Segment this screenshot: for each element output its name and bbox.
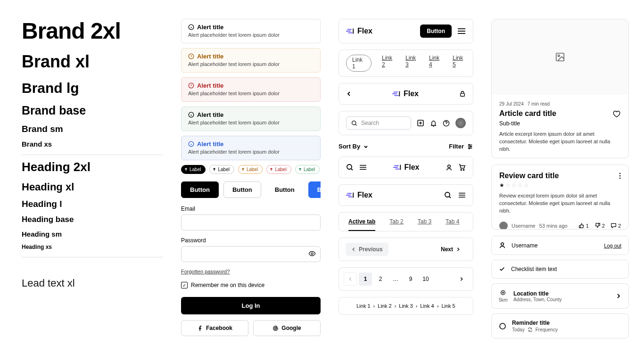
brand-xs: Brand xs <box>22 140 163 148</box>
svg-point-67 <box>501 243 504 246</box>
review-title: Review card title <box>499 172 559 180</box>
crumb[interactable]: Link 5 <box>441 303 455 309</box>
svg-point-40 <box>469 148 470 148</box>
brand-logo[interactable]: Flex <box>393 163 420 172</box>
nav-link-active[interactable]: Link 1 <box>346 55 372 72</box>
button-ghost[interactable]: Button <box>266 181 304 198</box>
chevron-left-icon[interactable] <box>346 91 352 97</box>
heading-l: Heading l <box>22 199 163 209</box>
cart-icon[interactable] <box>458 164 466 171</box>
nav-button[interactable]: Button <box>420 25 452 38</box>
upvote[interactable]: 1 <box>578 222 589 229</box>
navbar-search: Search <box>339 111 473 135</box>
checklist-label: Checklist item text <box>511 266 621 272</box>
chevron-right-icon <box>616 293 621 299</box>
svg-point-15 <box>311 253 313 255</box>
filter-button[interactable]: Filter <box>449 143 473 150</box>
more-icon[interactable] <box>619 173 621 179</box>
search-input[interactable]: Search <box>346 116 411 130</box>
avatar[interactable] <box>455 118 466 128</box>
brand-logo[interactable]: Flex <box>346 27 372 35</box>
logout-link[interactable]: Log out <box>604 243 621 248</box>
pill-warning[interactable]: Label <box>238 165 263 174</box>
password-label: Password <box>181 237 321 244</box>
password-input[interactable] <box>181 246 321 262</box>
remember-label: Remember me on this device <box>191 282 264 288</box>
distance: 5km <box>499 297 508 303</box>
bell-icon[interactable] <box>430 120 437 127</box>
email-input[interactable] <box>181 214 321 230</box>
pill[interactable]: Label <box>209 165 234 174</box>
tab[interactable]: Tab 2 <box>389 218 403 231</box>
alert-success: Alert title Alert placeholder text lorem… <box>181 107 321 131</box>
lock-icon[interactable] <box>459 90 466 97</box>
location-address: Address, Town, County <box>513 297 610 302</box>
downvote[interactable]: 2 <box>594 222 605 229</box>
heart-icon[interactable] <box>612 109 621 118</box>
link-strip: Link 1 Link 2 Link 3 Link 4 Link 5 <box>339 49 473 77</box>
search-icon[interactable] <box>346 164 354 171</box>
svg-point-41 <box>347 165 352 169</box>
nav-link[interactable]: Link 3 <box>405 55 419 72</box>
avatar <box>499 222 508 230</box>
crumb[interactable]: Link 1 <box>356 303 370 309</box>
article-card[interactable]: 29 Jul 20247 min read Article card title… <box>491 19 629 158</box>
page-prev[interactable] <box>344 272 357 286</box>
button-primary[interactable]: Button <box>181 181 219 198</box>
menu-icon[interactable] <box>458 192 466 198</box>
nav-link[interactable]: Link 4 <box>429 55 442 72</box>
button-secondary[interactable]: Button <box>223 181 261 198</box>
radio-icon[interactable] <box>499 322 506 330</box>
crumb[interactable]: Link 2 <box>378 303 391 309</box>
eye-icon[interactable] <box>308 250 316 257</box>
pill-error[interactable]: Label <box>266 165 291 174</box>
page[interactable]: 2 <box>374 272 387 286</box>
sort-dropdown[interactable]: Sort By <box>339 143 369 150</box>
google-button[interactable]: Google <box>253 320 321 336</box>
next-button[interactable]: Next <box>435 243 466 256</box>
previous-button[interactable]: Previous <box>346 243 388 256</box>
forgot-password-link[interactable]: Forgotten password? <box>181 269 321 274</box>
pill-success[interactable]: Label <box>295 165 320 174</box>
svg-point-52 <box>463 169 464 170</box>
comments[interactable]: 2 <box>611 222 621 229</box>
brand-logo[interactable]: Flex <box>346 191 372 199</box>
help-icon[interactable] <box>443 120 450 127</box>
user-icon[interactable] <box>446 164 453 171</box>
facebook-icon <box>197 325 203 331</box>
alert-icon <box>188 82 194 89</box>
brand-logo[interactable]: Flex <box>392 90 419 98</box>
page[interactable]: 10 <box>419 272 432 286</box>
repeat-icon <box>528 327 533 332</box>
checklist-item[interactable]: Checklist item text <box>491 260 629 279</box>
location-item[interactable]: 5km Location title Address, Town, County <box>491 283 629 309</box>
page-current[interactable]: 1 <box>359 272 372 286</box>
menu-icon[interactable] <box>457 28 466 34</box>
page[interactable]: 9 <box>404 272 417 286</box>
search-icon[interactable] <box>444 191 452 199</box>
button-blue[interactable]: Button <box>308 181 321 198</box>
crumb[interactable]: Link 4 <box>420 303 434 309</box>
login-button[interactable]: Log In <box>181 297 321 314</box>
tab[interactable]: Tab 3 <box>418 218 431 231</box>
plus-square-icon[interactable] <box>417 119 424 127</box>
menu-icon[interactable] <box>359 165 367 170</box>
pill-dark[interactable]: Label <box>181 165 206 174</box>
review-card[interactable]: Review card title ★☆☆☆☆ Review excerpt l… <box>491 165 629 230</box>
nav-link[interactable]: Link 2 <box>382 55 395 72</box>
article-readtime: 7 min read <box>528 101 550 107</box>
page-next[interactable] <box>455 272 468 286</box>
remember-checkbox[interactable]: ✓ <box>181 282 188 288</box>
svg-point-63 <box>558 55 560 57</box>
nav-link[interactable]: Link 5 <box>453 55 466 72</box>
tab-active[interactable]: Active tab <box>348 218 375 231</box>
svg-line-42 <box>351 169 353 170</box>
tab[interactable]: Tab 4 <box>446 218 459 231</box>
crumb[interactable]: Link 3 <box>399 303 413 309</box>
image-icon <box>555 52 565 62</box>
brand-lg: Brand lg <box>22 80 163 96</box>
target-icon <box>500 289 506 296</box>
facebook-button[interactable]: Facebook <box>181 320 248 336</box>
reminder-item[interactable]: Reminder title Today Frequency <box>491 313 629 338</box>
svg-point-68 <box>501 291 505 295</box>
